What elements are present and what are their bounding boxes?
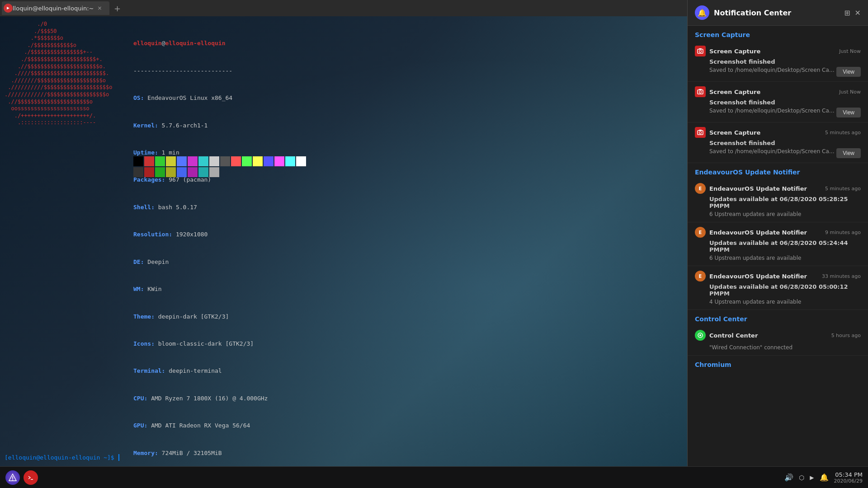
notification-header-icons: ⊞ ✕ <box>844 9 861 17</box>
notification-header-left: 🔔 Notification Center <box>695 5 791 20</box>
notification-close-icon[interactable]: ✕ <box>855 9 861 17</box>
svg-rect-4 <box>698 90 703 94</box>
color-block-2 <box>231 156 241 166</box>
screen-capture-body-row-1: Saved to /home/elloquin/Desktop/Screen C… <box>695 67 861 77</box>
control-center-section-header: Control Center <box>688 310 868 325</box>
notif-item-header-2: Screen Capture Just Now <box>695 86 861 97</box>
screen-capture-app-name-1: Screen Capture <box>709 48 760 55</box>
endeavour-item-header-3: E EndeavourOS Update Notifier 33 minutes… <box>695 271 861 282</box>
color-block-2 <box>253 156 263 166</box>
color-block <box>188 167 198 177</box>
neofetch-info: elloquin@elloquin-elloquin -------------… <box>133 21 268 466</box>
screen-capture-subtitle-3: Screenshot finished <box>695 140 861 146</box>
color-block <box>188 156 198 166</box>
endeavour-notif-2: E EndeavourOS Update Notifier 9 minutes … <box>688 222 868 266</box>
endeavour-subtitle-2: Updates available at 06/28/2020 05:24:44… <box>695 239 861 253</box>
endeavour-subtitle-1: Updates available at 06/28/2020 05:28:25… <box>695 196 861 209</box>
control-center-item-header-1: Control Center 5 hours ago <box>695 330 861 341</box>
cursor <box>118 454 123 461</box>
taskbar-network-icon[interactable]: ⬡ <box>799 474 804 481</box>
notif-item-header: Screen Capture Just Now <box>695 46 861 56</box>
control-center-time-1: 5 hours ago <box>831 333 861 338</box>
endeavour-section-header: EndeavourOS Update Notifier <box>688 163 868 178</box>
screen-capture-subtitle-2: Screenshot finished <box>695 99 861 106</box>
svg-point-11 <box>699 334 701 336</box>
svg-point-2 <box>699 50 702 52</box>
svg-rect-9 <box>699 130 702 131</box>
color-palette <box>133 156 306 166</box>
color-block <box>198 156 208 166</box>
screen-capture-view-btn-1[interactable]: View <box>836 67 861 77</box>
screen-capture-time-3: 5 minutes ago <box>825 130 861 136</box>
screen-capture-body-1: Saved to /home/elloquin/Desktop/Screen C… <box>695 67 836 73</box>
color-block-2 <box>264 156 274 166</box>
svg-rect-1 <box>698 49 703 53</box>
color-palette-row2 <box>133 167 219 177</box>
tab-close-button[interactable]: × <box>98 5 102 11</box>
color-block <box>155 167 165 177</box>
screen-capture-subtitle-1: Screenshot finished <box>695 58 861 65</box>
control-center-item-left-1: Control Center <box>695 330 758 341</box>
color-block <box>144 167 154 177</box>
notification-grid-icon[interactable]: ⊞ <box>844 9 850 17</box>
screen-capture-body-3: Saved to /home/elloquin/Desktop/Screen C… <box>695 148 836 155</box>
endeavour-item-left-2: E EndeavourOS Update Notifier <box>695 227 807 238</box>
terminal-indicator-icon <box>4 4 13 13</box>
endeavour-app-name-1: EndeavourOS Update Notifier <box>709 185 807 192</box>
taskbar: 🔊 ⬡ ▶ 🔔 05:34 PM 2020/06/29 <box>0 466 868 488</box>
screen-capture-time-1: Just Now <box>839 48 861 54</box>
control-center-app-name-1: Control Center <box>709 332 758 339</box>
endeavour-item-header-1: E EndeavourOS Update Notifier 5 minutes … <box>695 183 861 194</box>
terminal-prompt-bottom: [elloquin@elloquin-elloquin ~]$ <box>5 454 123 462</box>
color-block <box>144 156 154 166</box>
terminal-content: ./0 ./$$$50 .*$$$$$$$o ./$$$$$$$$$$$$o .… <box>0 16 687 466</box>
endeavour-time-2: 9 minutes ago <box>825 230 861 235</box>
screen-capture-body-row-3: Saved to /home/elloquin/Desktop/Screen C… <box>695 148 861 158</box>
taskbar-left <box>5 470 38 485</box>
svg-rect-3 <box>699 48 702 49</box>
neofetch-ascii-art: ./0 ./$$$50 .*$$$$$$$o ./$$$$$$$$$$$$o .… <box>5 21 112 127</box>
svg-point-8 <box>699 131 702 134</box>
control-center-app-icon-1 <box>695 330 706 341</box>
taskbar-terminal-icon[interactable] <box>24 470 38 485</box>
screen-capture-body-row-2: Saved to /home/elloquin/Desktop/Screen C… <box>695 108 861 117</box>
screen-capture-view-btn-2[interactable]: View <box>836 108 861 117</box>
taskbar-volume-icon[interactable]: 🔊 <box>784 473 793 482</box>
svg-rect-7 <box>698 131 703 135</box>
taskbar-right: 🔊 ⬡ ▶ 🔔 05:34 PM 2020/06/29 <box>784 471 863 484</box>
endeavour-item-header-2: E EndeavourOS Update Notifier 9 minutes … <box>695 227 861 238</box>
chromium-section: Chromium <box>688 356 868 378</box>
color-block <box>155 156 165 166</box>
screen-capture-app-name-2: Screen Capture <box>709 89 760 95</box>
terminal-tab[interactable]: elloquin@elloquin-elloquin:~ × <box>2 1 109 15</box>
color-block-2 <box>274 156 284 166</box>
endeavour-app-name-3: EndeavourOS Update Notifier <box>709 273 807 280</box>
screen-capture-notif-2: Screen Capture Just Now Screenshot finis… <box>688 82 868 122</box>
new-tab-button[interactable]: + <box>111 2 124 14</box>
screen-capture-time-2: Just Now <box>839 89 861 95</box>
endeavour-notif-3: E EndeavourOS Update Notifier 33 minutes… <box>688 266 868 310</box>
endeavour-time-3: 33 minutes ago <box>822 273 861 279</box>
endeavour-item-left-3: E EndeavourOS Update Notifier <box>695 271 807 282</box>
screen-capture-notif-3: Screen Capture 5 minutes ago Screenshot … <box>688 122 868 163</box>
taskbar-arrow-icon[interactable]: ▶ <box>810 474 814 481</box>
notification-bell-icon: 🔔 <box>695 5 709 20</box>
endeavour-body-3: 4 Upstream updates are available <box>695 299 861 305</box>
notif-item-left-3: Screen Capture <box>695 127 760 138</box>
notification-panel: 🔔 Notification Center ⊞ ✕ Screen Capture… <box>687 0 868 466</box>
screen-capture-app-icon-3 <box>695 127 706 138</box>
color-block-2 <box>296 156 306 166</box>
color-block-2 <box>285 156 295 166</box>
taskbar-endeavour-icon[interactable] <box>5 470 20 485</box>
svg-rect-6 <box>699 89 702 90</box>
screen-capture-body-2: Saved to /home/elloquin/Desktop/Screen C… <box>695 108 836 114</box>
notif-item-left-2: Screen Capture <box>695 86 760 97</box>
color-block-2 <box>242 156 252 166</box>
screen-capture-notif-1: Screen Capture Just Now Screenshot finis… <box>688 41 868 82</box>
taskbar-bell-icon[interactable]: 🔔 <box>820 473 829 482</box>
endeavour-app-icon-3: E <box>695 271 706 282</box>
notification-center-title: Notification Center <box>714 9 791 17</box>
screen-capture-app-icon <box>695 46 706 56</box>
screen-capture-view-btn-3[interactable]: View <box>836 148 861 158</box>
endeavour-body-2: 6 Upstream updates are available <box>695 255 861 261</box>
